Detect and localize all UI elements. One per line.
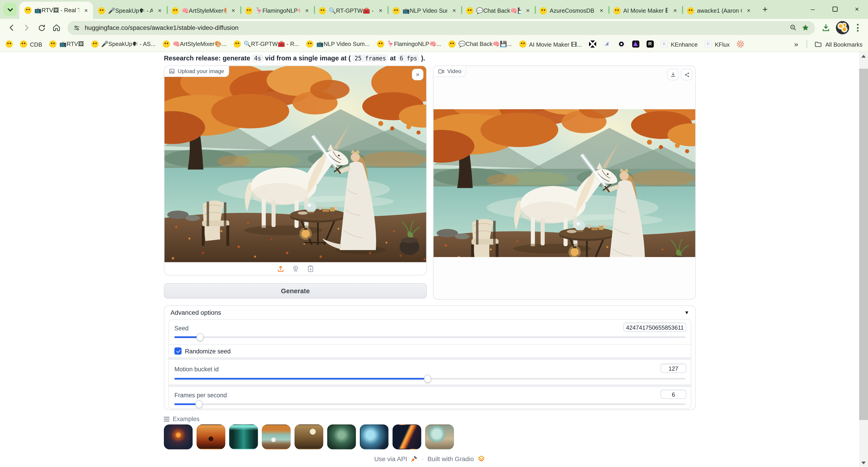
example-thumbnail[interactable] — [196, 425, 225, 449]
motion-bucket-slider[interactable] — [174, 375, 685, 382]
bookmark-item[interactable]: 🦩FlamingoNLP🧠... — [377, 40, 441, 48]
seed-input[interactable]: 424741750655853611 — [623, 322, 686, 332]
new-tab-button[interactable]: + — [758, 2, 772, 17]
bookmark-item[interactable] — [589, 40, 596, 48]
list-icon — [164, 416, 169, 417]
tab-close-icon[interactable]: × — [376, 6, 385, 15]
tab-close-icon[interactable]: × — [450, 6, 458, 15]
back-button[interactable] — [5, 21, 18, 34]
tab-close-icon[interactable]: × — [671, 6, 679, 15]
bookmark-item[interactable] — [5, 40, 13, 48]
motion-bucket-slider-thumb[interactable] — [424, 375, 432, 383]
download-video-button[interactable] — [667, 69, 679, 80]
home-button[interactable] — [50, 21, 63, 34]
bookmark-item[interactable]: 🎤SpeakUp🗣 - AS... — [91, 40, 156, 48]
downloads-icon[interactable] — [822, 23, 830, 32]
all-bookmarks-button[interactable]: All Bookmarks — [814, 40, 862, 48]
example-thumbnail[interactable] — [229, 425, 258, 449]
example-thumbnail[interactable] — [327, 425, 356, 449]
reload-button[interactable] — [35, 21, 48, 34]
scroll-down-button[interactable] — [859, 459, 868, 467]
bookmark-item[interactable]: 💬Chat Back🧠💾... — [448, 40, 512, 48]
bookmark-item[interactable]: 📺NLP Video Sum... — [306, 40, 370, 48]
browser-tab[interactable]: 🎤SpeakUp🗣 - A × — [93, 2, 166, 19]
browser-window: 📺RTV🖼 - Real T × 🎤SpeakUp🗣 - A × 🧠ArtSty… — [0, 0, 868, 467]
bookmark-favicon — [91, 40, 98, 48]
close-window-button[interactable]: × — [846, 0, 868, 18]
use-via-api-link[interactable]: Use via API — [374, 455, 407, 462]
example-thumbnail[interactable] — [393, 425, 421, 449]
browser-tab[interactable]: 🦩FlamingoNLP🧠 × — [240, 2, 314, 19]
randomize-seed-label[interactable]: Randomize seed — [185, 348, 230, 354]
browser-tab[interactable]: AzureCosmosDBU × — [535, 2, 609, 19]
seed-slider[interactable] — [174, 333, 685, 341]
bookmark-item[interactable]: AI Movie Maker 🎞... — [519, 40, 582, 48]
example-thumbnail[interactable] — [360, 425, 389, 449]
video-camera-icon — [438, 68, 444, 75]
bookmark-item[interactable] — [632, 40, 639, 48]
bookmark-item[interactable]: KEnhance — [661, 40, 698, 48]
example-thumbnail[interactable] — [294, 425, 323, 449]
example-thumbnail[interactable] — [425, 425, 454, 449]
tab-close-icon[interactable]: × — [82, 6, 90, 14]
bookmark-favicon — [661, 40, 668, 48]
bookmark-item[interactable] — [647, 40, 654, 48]
bookmark-item[interactable]: 🧠ArtStyleMixer🎨... — [163, 40, 227, 48]
tab-close-icon[interactable]: × — [229, 6, 238, 15]
tab-close-icon[interactable]: × — [745, 6, 753, 15]
forward-button[interactable] — [20, 21, 33, 34]
built-with-gradio-link[interactable]: Built with Gradio — [428, 455, 474, 462]
input-image-preview[interactable] — [164, 66, 426, 263]
profile-avatar[interactable] — [836, 21, 849, 34]
tab-close-icon[interactable]: × — [303, 6, 311, 15]
browser-tab[interactable]: 📺NLP Video Sum × — [388, 2, 461, 19]
browser-menu-button[interactable] — [855, 22, 861, 34]
seed-slider-thumb[interactable] — [196, 333, 204, 341]
bookmarks-overflow-button[interactable]: » — [793, 40, 800, 48]
bookmark-item[interactable] — [618, 40, 625, 48]
upload-image-chip[interactable]: Upload your image — [164, 66, 229, 77]
fps-slider-thumb[interactable] — [195, 400, 203, 408]
bookmark-item[interactable] — [737, 40, 744, 48]
scrollbar-thumb[interactable] — [859, 69, 868, 420]
webcam-source-button[interactable] — [291, 265, 299, 273]
motion-bucket-input[interactable]: 127 — [660, 363, 686, 373]
paste-clipboard-button[interactable] — [307, 265, 314, 273]
tab-search-button[interactable] — [3, 3, 17, 16]
bookmark-item[interactable] — [603, 40, 611, 48]
tab-close-icon[interactable]: × — [597, 6, 606, 15]
minimize-button[interactable]: – — [802, 0, 824, 18]
fps-input[interactable]: 6 — [660, 390, 686, 399]
url-bar[interactable]: huggingface.co/spaces/awacke1/stable-vid… — [68, 21, 815, 35]
restore-button[interactable] — [824, 0, 846, 18]
example-thumbnail[interactable] — [164, 425, 193, 449]
browser-tab[interactable]: awacke1 (Aaron C × — [682, 2, 756, 19]
zoom-out-icon[interactable] — [789, 24, 797, 31]
browser-tab[interactable]: 💬Chat Back🧠💾 × — [461, 2, 535, 19]
browser-tab[interactable]: 🔍RT-GPTW🧰 - × — [314, 2, 388, 19]
scroll-up-button[interactable] — [859, 52, 868, 60]
generate-button[interactable]: Generate — [164, 283, 427, 299]
example-thumbnail[interactable] — [262, 425, 290, 449]
browser-tab[interactable]: 🧠ArtStyleMixer🎨 × — [166, 2, 240, 19]
bookmark-item[interactable]: 📺RTV🖼 — [49, 40, 84, 48]
bookmark-item[interactable]: CDB — [20, 40, 42, 48]
bookmark-item[interactable]: KFlux — [705, 40, 730, 48]
fps-slider[interactable] — [174, 400, 685, 408]
browser-tab[interactable]: AI Movie Maker 🎞 × — [608, 2, 682, 19]
advanced-options-form: Seed 424741750655853611 Randomize seed M… — [168, 319, 691, 409]
tab-close-icon[interactable]: × — [156, 6, 164, 15]
clear-image-button[interactable]: × — [412, 69, 423, 80]
page-scrollbar[interactable] — [859, 52, 868, 467]
video-preview[interactable] — [434, 109, 695, 257]
share-video-button[interactable] — [681, 69, 692, 80]
advanced-options-header[interactable]: Advanced options ▼ — [164, 306, 695, 319]
upload-source-button[interactable] — [276, 265, 284, 273]
url-text[interactable]: huggingface.co/spaces/awacke1/stable-vid… — [85, 24, 785, 31]
bookmark-label: KEnhance — [671, 41, 698, 47]
randomize-seed-checkbox[interactable] — [174, 348, 181, 354]
bookmark-star-icon[interactable] — [802, 24, 809, 31]
tab-close-icon[interactable]: × — [524, 6, 532, 15]
browser-tab[interactable]: 📺RTV🖼 - Real T × — [20, 2, 93, 19]
bookmark-item[interactable]: 🔍RT-GPTW🧰 - R... — [234, 40, 299, 48]
